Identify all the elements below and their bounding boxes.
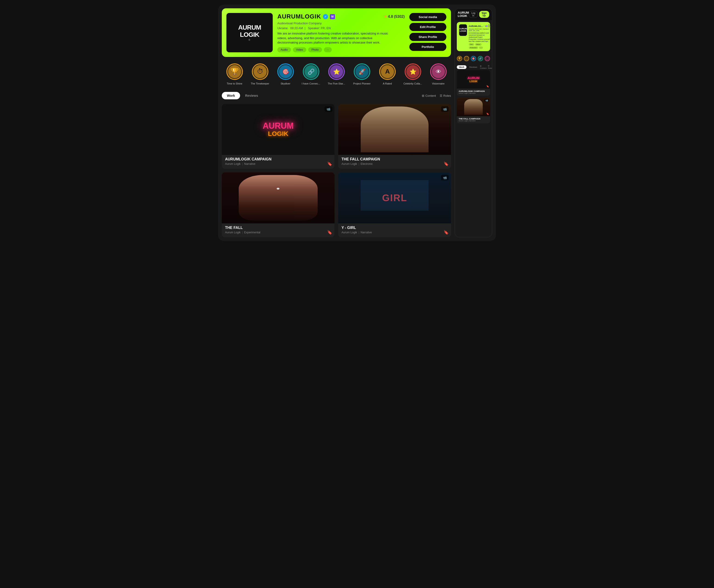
achievement-five-star[interactable]: ⭐ The Five-Star... xyxy=(324,63,349,85)
phone-login-button[interactable]: Log In xyxy=(469,11,478,18)
card-info-2: THE FALL CAMPAIGN Aurum Logik | Electron… xyxy=(338,155,451,169)
share-profile-button[interactable]: Share Profile xyxy=(409,33,446,41)
achievement-celebrity-collab[interactable]: ⭐ Celebrity Colla... xyxy=(400,63,425,85)
card-info-3: THE FALL Aurum Logik | Experimental xyxy=(222,224,335,237)
logo-display: AURUM LOGIK ® xyxy=(238,24,261,41)
phone-tag-music[interactable]: Music xyxy=(475,43,482,46)
phone-profile-desc: A revolutionary platform and movement fo… xyxy=(469,32,490,42)
tab-work[interactable]: Work xyxy=(222,92,240,99)
bookmark-icon-3[interactable]: 🔖 xyxy=(327,230,332,235)
card-title-4: Y - GIRL xyxy=(341,226,448,230)
svg-text:🏆: 🏆 xyxy=(231,68,239,75)
phone-card-info-1: AURUMLOGIK CAMPAIGN Aurum Logik | Narrat… xyxy=(457,89,490,96)
achievement-timekeeper[interactable]: ⏱ The Timekeeper xyxy=(247,63,273,85)
card-info-1: AURUMLOGIK CAMPAIGN Aurum Logik | Narrat… xyxy=(222,155,335,169)
girl-bg-rect xyxy=(361,180,428,211)
fall-thumb xyxy=(222,172,335,224)
phone-card-info-2: THE FALL CAMPAIGN Aurum Logik | Narrativ… xyxy=(457,116,490,123)
phone-profile-name: AURUMLOG... ✓ M 4.8 ★ xyxy=(469,24,490,28)
card-thumb-campaign: AURUM LOGIK 📹 xyxy=(222,104,335,155)
card-title-2: THE FALL CAMPAIGN xyxy=(341,157,448,161)
content-filter-button[interactable]: ⊞ Content xyxy=(422,94,436,98)
phone-card-thumb-fall: 📹 🔖 xyxy=(457,98,490,116)
roles-filter-button[interactable]: ☰ Roles xyxy=(440,94,451,98)
phone-bookmark-2[interactable]: 🔖 xyxy=(486,112,489,115)
phone-badge-4[interactable]: 🔗 xyxy=(478,55,483,63)
person-thumb-fall-campaign xyxy=(338,104,451,155)
phone-filter-content[interactable]: ⊞ Content xyxy=(480,65,486,69)
achievement-skydiver[interactable]: 🎯 Skydiver xyxy=(273,63,298,85)
achievement-project-pioneer[interactable]: 🚀 Project Pioneer xyxy=(349,63,375,85)
phone-card-campaign[interactable]: AURUM LOGIK 🔖 AURUMLOGIK CAMPAIGN Aurum … xyxy=(457,70,490,96)
video-icon-1: 📹 xyxy=(324,106,332,112)
achievement-label-visionnaire: Visionnaire xyxy=(432,82,444,85)
phone-tab-work[interactable]: Work xyxy=(457,65,466,69)
phone-card-fall-campaign[interactable]: 📹 🔖 THE FALL CAMPAIGN Aurum Logik | Narr… xyxy=(457,98,490,123)
achievement-badge-project-pioneer: 🚀 xyxy=(353,63,371,80)
bookmark-icon-2[interactable]: 🔖 xyxy=(444,161,449,166)
phone-badge-3[interactable]: 🎯 xyxy=(471,55,476,63)
phone-badge-5[interactable]: 👁 xyxy=(485,55,490,63)
achievement-visionnaire[interactable]: 👁 Visionnaire xyxy=(425,63,451,85)
achievement-time-to-shine[interactable]: 🏆 Time to Shine xyxy=(222,63,247,85)
achievement-label-celebrity-collab: Celebrity Colla... xyxy=(403,82,422,85)
achievement-connections[interactable]: 🔗 I have Connec... xyxy=(298,63,324,85)
screen-wrapper: AURUM LOGIK ® AURUMLOGIK ✓ M ★ 4.8 xyxy=(218,5,496,241)
profile-desc: We are an innovative platform fostering … xyxy=(277,31,388,45)
bookmark-icon-4[interactable]: 🔖 xyxy=(444,230,449,235)
achievements-row: 🏆 Time to Shine ⏱ The Timekeeper xyxy=(222,61,451,87)
edit-profile-button[interactable]: Edit Profile xyxy=(409,23,446,31)
phone-profile-card: AURUM LOGIK AURUMLOG... ✓ M 4.8 ★ Ukrain… xyxy=(457,22,490,51)
phone-card-title-2: THE FALL CAMPAIGN xyxy=(459,118,488,120)
person-silhouette xyxy=(361,106,428,152)
phone-badge-1[interactable]: 🏆 xyxy=(457,55,462,63)
svg-text:🚀: 🚀 xyxy=(358,68,365,75)
phone-tab-reviews[interactable]: Reviews xyxy=(467,65,479,69)
phone-top-bar: AURUM LOGIK Log In Sign Up xyxy=(455,8,492,20)
fall-face xyxy=(239,175,318,221)
card-thumb-fall xyxy=(222,172,335,224)
card-the-fall[interactable]: THE FALL Aurum Logik | Experimental 🔖 xyxy=(222,172,335,237)
phone-tabs: Work Reviews ⊞ Content ☰ Roles xyxy=(455,64,492,70)
phone-tag-more[interactable]: ··· xyxy=(479,46,483,49)
phone-profile-logo: AURUM LOGIK xyxy=(459,24,467,36)
achievement-label-timekeeper: The Timekeeper xyxy=(251,82,269,85)
phone-filter-roles[interactable]: ☰ Roles xyxy=(488,65,492,69)
phone-tag-film[interactable]: Film xyxy=(469,43,474,46)
phone-auth-buttons: Log In Sign Up xyxy=(469,11,489,18)
roles-label: Roles xyxy=(443,94,451,98)
profile-info: AURUMLOGIK ✓ M ★ 4.8 (5302) Audiovisual … xyxy=(277,13,405,52)
phone-bookmark-1[interactable]: 🔖 xyxy=(486,85,489,87)
svg-text:🔗: 🔗 xyxy=(308,68,314,75)
card-aurumlogik-campaign[interactable]: AURUM LOGIK 📹 AURUMLOGIK CAMPAIGN Aurum … xyxy=(222,104,335,169)
card-the-fall-campaign[interactable]: 📹 THE FALL CAMPAIGN Aurum Logik | Electr… xyxy=(338,104,451,169)
phone-tag-production[interactable]: Production xyxy=(469,46,478,49)
social-media-button[interactable]: Social media xyxy=(409,13,446,21)
profile-name: AURUMLOGIK xyxy=(277,13,321,20)
tab-reviews[interactable]: Reviews xyxy=(240,92,263,99)
tag-more[interactable]: ··· xyxy=(324,47,332,52)
svg-text:⏱: ⏱ xyxy=(466,58,468,60)
svg-text:🎯: 🎯 xyxy=(472,57,475,60)
achievement-badge-visionnaire: 👁 xyxy=(430,63,447,80)
profile-buttons: Social media Edit Profile Share Profile … xyxy=(409,13,446,52)
rating-value: 4.8 xyxy=(388,15,393,19)
tag-video[interactable]: Video xyxy=(293,47,306,52)
svg-text:🔗: 🔗 xyxy=(479,57,482,60)
svg-text:👁: 👁 xyxy=(436,68,441,75)
profile-logo-box: AURUM LOGIK ® xyxy=(226,13,273,52)
achievement-a-rated[interactable]: A A Rated xyxy=(375,63,400,85)
achievement-badge-time-to-shine: 🏆 xyxy=(226,63,243,80)
tag-audio[interactable]: Audio xyxy=(277,47,291,52)
tag-photo[interactable]: Photo xyxy=(308,47,322,52)
phone-content-area: AURUM LOGIK 🔖 AURUMLOGIK CAMPAIGN Aurum … xyxy=(455,70,492,237)
portfolio-button[interactable]: Portfolio xyxy=(409,43,446,51)
bookmark-icon-1[interactable]: 🔖 xyxy=(327,161,332,166)
phone-logo-text: AURUM LOGIK xyxy=(459,28,467,33)
card-meta-2: Aurum Logik | Electronic xyxy=(341,162,448,166)
card-y-girl[interactable]: GIRL 📹 Y - GIRL Aurum Logik | Narrative … xyxy=(338,172,451,237)
phone-badge-2[interactable]: ⏱ xyxy=(464,55,469,63)
phone-signup-button[interactable]: Sign Up xyxy=(479,11,489,18)
svg-text:🏆: 🏆 xyxy=(458,57,461,60)
phone-person-shape xyxy=(464,99,482,115)
